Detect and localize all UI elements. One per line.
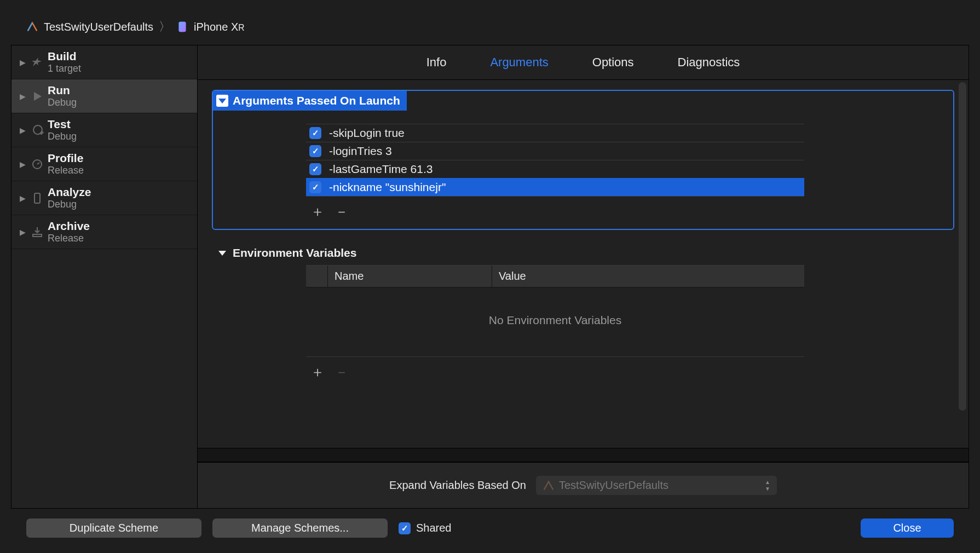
remove-argument-button[interactable]: － — [335, 202, 349, 221]
close-button[interactable]: Close — [861, 519, 954, 538]
expand-variables-bar: Expand Variables Based On TestSwityUserD… — [198, 462, 969, 508]
disclosure-triangle-icon[interactable]: ▶ — [18, 194, 27, 203]
app-icon — [26, 21, 38, 33]
env-section-header[interactable]: Environment Variables — [213, 243, 363, 263]
arguments-section-header[interactable]: Arguments Passed On Launch — [213, 91, 407, 111]
disclosure-triangle-icon[interactable]: ▶ — [18, 58, 27, 67]
expand-variables-dropdown[interactable]: TestSwityUserDefaults ▲▼ — [536, 476, 777, 495]
analyze-icon — [29, 190, 45, 206]
argument-row[interactable]: ✓-skipLogin true — [306, 124, 804, 142]
env-empty-label: No Environment Variables — [306, 287, 804, 356]
sidebar-item-sub: Release — [48, 165, 84, 176]
sidebar-item-run[interactable]: ▶RunDebug — [11, 79, 197, 113]
sidebar-item-title: Test — [48, 118, 77, 131]
sidebar-item-sub: Debug — [48, 97, 77, 108]
tabs: InfoArgumentsOptionsDiagnostics — [198, 45, 969, 80]
shared-label: Shared — [416, 522, 452, 534]
sidebar-item-analyze[interactable]: ▶AnalyzeDebug — [11, 181, 197, 215]
main-panel: InfoArgumentsOptionsDiagnostics Argument… — [198, 45, 969, 508]
sidebar: ▶Build1 target▶RunDebug▶TestDebug▶Profil… — [11, 45, 198, 508]
svg-rect-3 — [34, 193, 40, 203]
sidebar-item-title: Build — [48, 50, 81, 63]
argument-enabled-checkbox[interactable]: ✓ — [309, 163, 321, 175]
env-col-name[interactable]: Name — [328, 266, 492, 287]
breadcrumb[interactable]: TestSwityUserDefaults 〉 iPhone XR — [11, 11, 969, 43]
footer: Duplicate Scheme Manage Schemes... ✓ Sha… — [11, 509, 969, 542]
manage-schemes-button[interactable]: Manage Schemes... — [212, 519, 388, 538]
sidebar-item-sub: Release — [48, 233, 90, 244]
sidebar-item-profile[interactable]: ▶ProfileRelease — [11, 147, 197, 181]
argument-text[interactable]: -skipLogin true — [329, 126, 405, 140]
env-col-value[interactable]: Value — [492, 266, 804, 287]
argument-text[interactable]: -lastGameTime 61.3 — [329, 163, 433, 176]
sidebar-item-title: Profile — [48, 152, 84, 165]
checkbox-icon: ✓ — [399, 522, 411, 534]
simulator-icon — [176, 21, 188, 33]
disclosure-triangle-icon[interactable]: ▶ — [18, 126, 27, 135]
content: ▶Build1 target▶RunDebug▶TestDebug▶Profil… — [11, 45, 969, 509]
env-section: Environment Variables Name Value No Envi… — [212, 242, 954, 390]
sidebar-item-sub: Debug — [48, 199, 91, 210]
chevron-right-icon: 〉 — [159, 19, 171, 35]
sidebar-item-archive[interactable]: ▶ArchiveRelease — [11, 215, 197, 249]
shared-checkbox[interactable]: ✓ Shared — [399, 522, 452, 534]
argument-enabled-checkbox[interactable]: ✓ — [309, 145, 321, 157]
arguments-section-title: Arguments Passed On Launch — [233, 94, 400, 107]
sidebar-item-title: Run — [48, 84, 77, 97]
argument-enabled-checkbox[interactable]: ✓ — [309, 127, 321, 139]
run-icon — [29, 88, 45, 105]
duplicate-scheme-button[interactable]: Duplicate Scheme — [26, 519, 201, 538]
breadcrumb-scheme[interactable]: TestSwityUserDefaults — [44, 21, 153, 33]
disclosure-triangle-icon[interactable]: ▶ — [18, 228, 27, 237]
argument-text[interactable]: -nickname "sunshinejr" — [329, 181, 446, 194]
arguments-list: ✓-skipLogin true✓-loginTries 3✓-lastGame… — [306, 124, 804, 197]
sidebar-item-sub: Debug — [48, 131, 77, 142]
profile-icon — [29, 156, 45, 172]
divider — [198, 448, 969, 462]
scroll-area: Arguments Passed On Launch ✓-skipLogin t… — [198, 80, 969, 448]
expand-variables-label: Expand Variables Based On — [389, 479, 526, 492]
build-icon — [29, 54, 45, 71]
sidebar-item-title: Archive — [48, 220, 90, 233]
svg-rect-1 — [179, 22, 186, 32]
sidebar-item-build[interactable]: ▶Build1 target — [11, 45, 197, 79]
env-table: Name Value No Environment Variables — [306, 265, 804, 357]
argument-text[interactable]: -loginTries 3 — [329, 145, 392, 158]
add-env-button[interactable]: ＋ — [310, 362, 325, 382]
env-col-enabled[interactable] — [306, 266, 328, 287]
env-section-title: Environment Variables — [233, 246, 356, 260]
env-add-remove: ＋ － — [310, 362, 953, 382]
sidebar-item-sub: 1 target — [48, 63, 81, 74]
expand-variables-value: TestSwityUserDefaults — [559, 479, 668, 492]
scheme-editor-window: TestSwityUserDefaults 〉 iPhone XR ▶Build… — [0, 0, 980, 553]
archive-icon — [29, 224, 45, 240]
test-icon — [29, 122, 45, 139]
updown-icon: ▲▼ — [765, 479, 770, 492]
argument-row[interactable]: ✓-nickname "sunshinejr" — [306, 178, 804, 197]
remove-env-button[interactable]: － — [335, 362, 349, 382]
disclosure-triangle-icon[interactable]: ▶ — [18, 160, 27, 169]
arguments-section: Arguments Passed On Launch ✓-skipLogin t… — [212, 90, 954, 230]
app-icon — [543, 480, 555, 492]
tab-options[interactable]: Options — [592, 55, 634, 70]
argument-row[interactable]: ✓-loginTries 3 — [306, 142, 804, 160]
sidebar-item-test[interactable]: ▶TestDebug — [11, 113, 197, 147]
breadcrumb-device[interactable]: iPhone XR — [194, 21, 244, 33]
disclosure-triangle-icon[interactable] — [216, 95, 228, 107]
disclosure-triangle-icon[interactable]: ▶ — [18, 92, 27, 101]
env-table-header: Name Value — [306, 266, 804, 287]
argument-row[interactable]: ✓-lastGameTime 61.3 — [306, 160, 804, 178]
tab-info[interactable]: Info — [426, 55, 447, 70]
sidebar-item-title: Analyze — [48, 186, 91, 199]
scrollbar[interactable] — [959, 82, 966, 411]
arguments-add-remove: ＋ － — [310, 202, 953, 221]
argument-enabled-checkbox[interactable]: ✓ — [309, 181, 321, 193]
tab-diagnostics[interactable]: Diagnostics — [678, 55, 740, 70]
tab-arguments[interactable]: Arguments — [490, 55, 548, 70]
disclosure-triangle-icon[interactable] — [216, 247, 228, 259]
add-argument-button[interactable]: ＋ — [310, 202, 325, 221]
